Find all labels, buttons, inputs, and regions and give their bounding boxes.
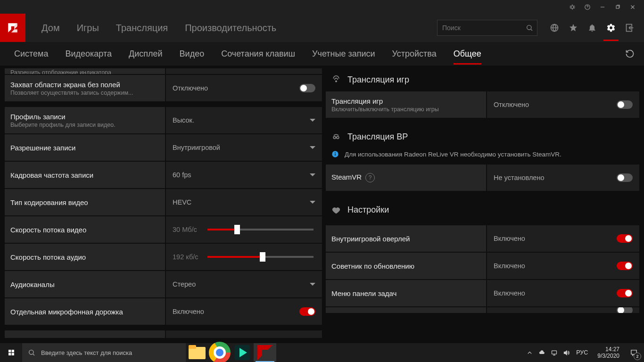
- bell-icon[interactable]: [583, 18, 602, 37]
- vr-header: Трансляция ВР: [326, 119, 639, 148]
- web-icon[interactable]: [545, 18, 564, 37]
- audio-bitrate-slider[interactable]: [207, 256, 314, 258]
- advisor-toggle[interactable]: [617, 262, 633, 270]
- channels-dropdown[interactable]: Стерео: [166, 271, 322, 297]
- borderless-title: Захват области экрана без полей: [10, 81, 159, 89]
- row-audio-channels: Аудиоканалы Стерео: [5, 271, 322, 297]
- svg-line-21: [33, 354, 34, 355]
- minimize-icon[interactable]: [595, 0, 610, 14]
- profile-sub: Выберите профиль для записи видео.: [10, 122, 159, 128]
- borderless-toggle[interactable]: [299, 84, 315, 92]
- nav-games[interactable]: Игры: [69, 19, 107, 37]
- info-icon: [331, 150, 339, 158]
- subnav-general[interactable]: Общее: [445, 45, 490, 63]
- steamvr-val[interactable]: Не установлено: [487, 165, 639, 191]
- row-encoding: Тип кодирования видео HEVC: [5, 189, 322, 215]
- mic-track-toggle[interactable]: [299, 307, 315, 316]
- taskmenu-toggle[interactable]: [617, 289, 633, 297]
- preferences-header: Настройки: [326, 192, 639, 222]
- action-center-icon[interactable]: 2: [623, 343, 644, 362]
- svg-point-15: [335, 152, 336, 153]
- reset-icon[interactable]: [621, 45, 638, 62]
- gear-icon[interactable]: [602, 18, 620, 37]
- steamvr-toggle[interactable]: [617, 173, 633, 182]
- tray-lang[interactable]: РУС: [573, 349, 591, 356]
- steamvr-help-icon[interactable]: ?: [365, 173, 375, 182]
- nav-performance[interactable]: Производительность: [177, 19, 284, 37]
- subnav-video[interactable]: Видео: [171, 45, 213, 63]
- row-next-partial: [5, 330, 322, 338]
- taskbar-search-placeholder: Введите здесь текст для поиска: [41, 349, 132, 356]
- taskmenu-val[interactable]: Включено: [487, 280, 639, 306]
- borderless-value: Отключено: [173, 84, 208, 92]
- subnav-devices[interactable]: Устройства: [384, 45, 445, 63]
- vr-icon: [331, 132, 341, 142]
- search-box[interactable]: [437, 20, 537, 36]
- cast-icon: [331, 75, 341, 85]
- fps-dropdown[interactable]: 60 fps: [166, 162, 322, 188]
- subnav-system[interactable]: Система: [6, 45, 57, 63]
- system-tray: РУС: [521, 349, 594, 356]
- video-bitrate-slider[interactable]: [207, 229, 314, 230]
- taskbar-chrome[interactable]: [208, 343, 231, 362]
- close-icon[interactable]: [625, 0, 640, 14]
- subnav-display[interactable]: Дисплей: [120, 45, 171, 63]
- subnav-hotkeys[interactable]: Сочетания клавиш: [213, 45, 304, 63]
- notif-badge: 2: [634, 353, 641, 360]
- game-stream-val[interactable]: Отключено: [487, 91, 639, 118]
- search-input[interactable]: [441, 24, 526, 32]
- video-bitrate-cell[interactable]: 30 Мб/с: [166, 216, 322, 243]
- bug-icon[interactable]: [565, 0, 580, 14]
- search-icon: [526, 24, 533, 32]
- settings-content: Разрешить отображение индикатора Захват …: [0, 66, 644, 343]
- start-button[interactable]: [0, 343, 22, 362]
- nav-home[interactable]: Дом: [34, 19, 67, 37]
- mic-track-cell[interactable]: Включено: [166, 298, 322, 325]
- svg-marker-33: [564, 351, 567, 355]
- subnav-videocard[interactable]: Видеокарта: [57, 45, 121, 63]
- borderless-sub: Позволяет осуществлять запись содержим..…: [10, 90, 159, 96]
- audio-bitrate-cell[interactable]: 192 кб/с: [166, 244, 322, 270]
- borderless-value-cell[interactable]: Отключено: [166, 75, 322, 101]
- tray-network-icon[interactable]: [549, 349, 559, 356]
- search-icon: [28, 349, 35, 356]
- tray-onedrive-icon[interactable]: [537, 349, 547, 356]
- tray-chevron-up-icon[interactable]: [524, 349, 535, 356]
- star-icon[interactable]: [564, 18, 583, 37]
- partial-toggle[interactable]: [617, 307, 633, 313]
- tray-volume-icon[interactable]: [561, 349, 571, 356]
- right-column: Трансляция игр Трансляция игр Включить/в…: [322, 66, 644, 343]
- row-truncated: Разрешить отображение индикатора: [5, 68, 322, 74]
- row-right-partial: [326, 307, 639, 313]
- svg-point-10: [336, 81, 337, 82]
- profile-dropdown[interactable]: Высок.: [166, 107, 322, 133]
- advisor-val[interactable]: Включено: [487, 253, 639, 279]
- taskbar-amd[interactable]: [254, 343, 276, 362]
- profile-title: Профиль записи: [10, 113, 159, 121]
- game-stream-toggle[interactable]: [617, 100, 633, 109]
- restore-icon[interactable]: [610, 0, 625, 14]
- nav-streaming[interactable]: Трансляция: [108, 19, 175, 37]
- resolution-dropdown[interactable]: Внутриигровой: [166, 134, 322, 161]
- taskbar-clock[interactable]: 14:27 9/3/2020: [594, 346, 623, 360]
- amd-logo[interactable]: [0, 14, 25, 42]
- svg-rect-17: [11, 350, 14, 352]
- svg-line-7: [531, 29, 532, 31]
- subnav-accounts[interactable]: Учетные записи: [304, 45, 383, 63]
- audio-bitrate-value: 192 кб/с: [173, 253, 201, 261]
- exit-icon[interactable]: [620, 18, 639, 37]
- taskbar-search[interactable]: Введите здесь текст для поиска: [22, 343, 186, 362]
- overlay-val[interactable]: Включено: [487, 225, 639, 252]
- help-icon[interactable]: [580, 0, 595, 14]
- truncated-val[interactable]: [166, 68, 322, 74]
- streaming-header: Трансляция игр: [326, 68, 639, 91]
- heart-icon: [331, 206, 341, 215]
- vr-info: Для использования Radeon ReLive VR необх…: [326, 148, 639, 165]
- svg-point-6: [527, 25, 531, 30]
- encoding-dropdown[interactable]: HEVC: [166, 189, 322, 215]
- svg-point-20: [29, 350, 33, 354]
- overlay-toggle[interactable]: [617, 234, 633, 243]
- taskbar-filmora[interactable]: [231, 343, 254, 362]
- taskbar-explorer[interactable]: [186, 343, 208, 362]
- svg-point-0: [571, 6, 574, 8]
